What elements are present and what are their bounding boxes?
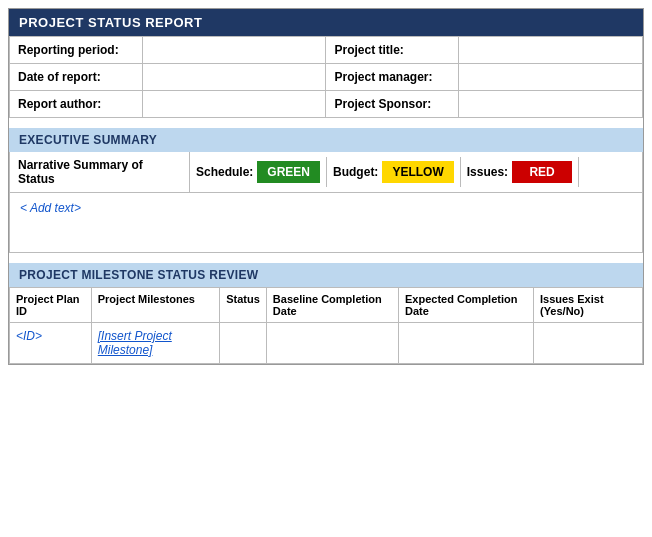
project-sponsor-value[interactable]: [459, 91, 643, 118]
project-manager-label: Project manager:: [326, 64, 459, 91]
table-row: <ID> [Insert Project Milestone]: [10, 323, 643, 364]
milestone-baseline[interactable]: [266, 323, 398, 364]
col-plan-id: Project Plan ID: [10, 288, 92, 323]
milestone-status[interactable]: [220, 323, 267, 364]
col-issues-exist: Issues Exist (Yes/No): [533, 288, 642, 323]
info-table: Reporting period: Project title: Date of…: [9, 36, 643, 118]
project-title-value[interactable]: [459, 37, 643, 64]
milestone-name[interactable]: [Insert Project Milestone]: [91, 323, 219, 364]
project-manager-value[interactable]: [459, 64, 643, 91]
status-bar: Narrative Summary of Status Schedule: GR…: [9, 152, 643, 193]
milestone-id[interactable]: <ID>: [10, 323, 92, 364]
narrative-text-area[interactable]: < Add text>: [9, 193, 643, 253]
col-expected: Expected Completion Date: [398, 288, 533, 323]
page-container: PROJECT STATUS REPORT Reporting period: …: [8, 8, 644, 365]
milestone-issues-exist[interactable]: [533, 323, 642, 364]
report-author-value[interactable]: [142, 91, 326, 118]
issues-badge: RED: [512, 161, 572, 183]
reporting-period-value[interactable]: [142, 37, 326, 64]
info-row-1: Reporting period: Project title:: [10, 37, 643, 64]
milestone-header-row: Project Plan ID Project Milestones Statu…: [10, 288, 643, 323]
project-title-label: Project title:: [326, 37, 459, 64]
schedule-status-item: Schedule: GREEN: [190, 157, 327, 187]
budget-status-item: Budget: YELLOW: [327, 157, 461, 187]
budget-label: Budget:: [333, 165, 378, 179]
info-row-3: Report author: Project Sponsor:: [10, 91, 643, 118]
milestone-expected[interactable]: [398, 323, 533, 364]
date-of-report-value[interactable]: [142, 64, 326, 91]
issues-status-item: Issues: RED: [461, 157, 579, 187]
project-sponsor-label: Project Sponsor:: [326, 91, 459, 118]
col-status: Status: [220, 288, 267, 323]
info-row-2: Date of report: Project manager:: [10, 64, 643, 91]
date-of-report-label: Date of report:: [10, 64, 143, 91]
main-title: PROJECT STATUS REPORT: [9, 9, 643, 36]
reporting-period-label: Reporting period:: [10, 37, 143, 64]
add-text-placeholder: < Add text>: [20, 201, 81, 215]
budget-badge: YELLOW: [382, 161, 453, 183]
issues-label: Issues:: [467, 165, 508, 179]
schedule-label: Schedule:: [196, 165, 253, 179]
narrative-summary-label: Narrative Summary of Status: [10, 152, 190, 192]
milestone-header: PROJECT MILESTONE STATUS REVIEW: [9, 263, 643, 287]
schedule-badge: GREEN: [257, 161, 320, 183]
col-milestones: Project Milestones: [91, 288, 219, 323]
report-author-label: Report author:: [10, 91, 143, 118]
col-baseline: Baseline Completion Date: [266, 288, 398, 323]
exec-summary-header: EXECUTIVE SUMMARY: [9, 128, 643, 152]
milestone-table: Project Plan ID Project Milestones Statu…: [9, 287, 643, 364]
